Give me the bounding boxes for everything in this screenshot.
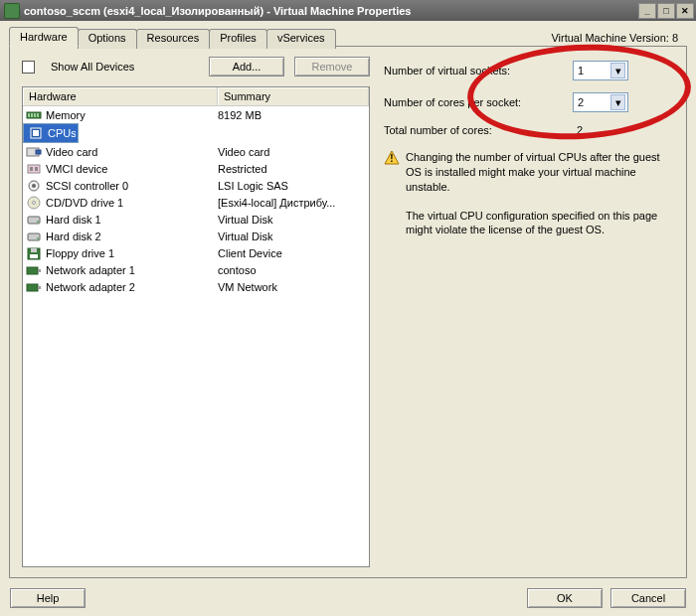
vsphere-icon (4, 3, 20, 19)
hardware-name: Network adapter 1 (46, 264, 135, 276)
remove-button: Remove (294, 57, 370, 77)
tab-hardware-label: Hardware (20, 31, 68, 43)
cores-label: Number of cores per socket: (384, 96, 573, 108)
help-button[interactable]: Help (10, 588, 86, 608)
hardware-row[interactable]: Floppy drive 1Client Device (23, 244, 369, 261)
show-all-devices-checkbox[interactable] (22, 61, 35, 74)
total-cores-value: 2 (577, 124, 583, 136)
hardware-row[interactable]: SCSI controller 0LSI Logic SAS (23, 177, 369, 194)
svg-point-19 (37, 237, 39, 239)
tab-options-label: Options (88, 32, 126, 44)
hardware-list-header: Hardware Summary (23, 87, 369, 106)
svg-rect-26 (38, 286, 41, 289)
hardware-row[interactable]: Hard disk 2Virtual Disk (23, 228, 369, 244)
hardware-row[interactable]: Video cardVideo card (23, 143, 369, 160)
ok-button[interactable]: OK (527, 588, 603, 608)
add-button[interactable]: Add... (209, 57, 284, 77)
hardware-summary: [Esxi4-local] Дистрибу... (218, 197, 366, 209)
ok-button-label: OK (557, 592, 573, 604)
hardware-row[interactable]: Network adapter 2VM Network (23, 278, 369, 295)
hardware-row[interactable]: Hard disk 1Virtual Disk (23, 211, 369, 228)
hardware-name: Hard disk 2 (46, 231, 101, 242)
hardware-list-body: Memory8192 MBCPUs2Video cardVideo cardVM… (23, 106, 369, 566)
minimize-button[interactable]: _ (638, 3, 656, 19)
hardware-name: Floppy drive 1 (46, 247, 114, 259)
col-hardware-header[interactable]: Hardware (23, 87, 218, 105)
hardware-name: CD/DVD drive 1 (46, 197, 123, 209)
hardware-summary: LSI Logic SAS (218, 180, 366, 192)
titlebar: contoso_sccm (esxi4_local_Изолированный)… (0, 0, 696, 21)
hardware-row[interactable]: Network adapter 1contoso (23, 261, 369, 278)
tab-options[interactable]: Options (78, 29, 137, 49)
svg-point-13 (32, 184, 36, 188)
hardware-name: Video card (46, 146, 97, 158)
vmci-icon (26, 162, 42, 176)
hardware-summary: Virtual Disk (218, 231, 366, 242)
hardware-name: Memory (46, 109, 86, 121)
hardware-name: CPUs (48, 127, 76, 139)
nic-icon (26, 280, 42, 294)
tab-vservices[interactable]: vServices (266, 29, 336, 49)
hardware-name: VMCI device (46, 163, 107, 175)
tab-hardware[interactable]: Hardware (9, 27, 79, 47)
cancel-button[interactable]: Cancel (610, 588, 686, 608)
hardware-summary: Virtual Disk (218, 214, 366, 226)
svg-rect-21 (31, 248, 37, 252)
hardware-row[interactable]: VMCI deviceRestricted (23, 160, 369, 177)
svg-rect-22 (30, 254, 38, 258)
hardware-summary: contoso (218, 264, 366, 276)
total-cores-label: Total number of cores: (384, 124, 573, 136)
hardware-name: Network adapter 2 (46, 281, 135, 293)
hardware-summary: Video card (218, 146, 366, 158)
tab-panel-hardware: Show All Devices Add... Remove Hardware … (9, 46, 687, 578)
svg-rect-6 (33, 130, 39, 136)
cancel-button-label: Cancel (631, 592, 665, 604)
svg-text:!: ! (390, 153, 393, 164)
cpu-icon (28, 126, 44, 140)
svg-rect-2 (31, 113, 33, 117)
maximize-button[interactable]: □ (657, 3, 675, 19)
sockets-label: Number of virtual sockets: (384, 65, 573, 77)
hardware-row[interactable]: CD/DVD drive 1[Esxi4-local] Дистрибу... (23, 194, 369, 211)
svg-rect-10 (30, 167, 33, 171)
chevron-down-icon: ▾ (610, 63, 625, 78)
license-note: The virtual CPU configuration specified … (406, 209, 674, 238)
hardware-name: Hard disk 1 (46, 214, 101, 226)
tab-resources[interactable]: Resources (136, 29, 211, 49)
nic-icon (26, 263, 42, 277)
cores-select[interactable]: 2 ▾ (573, 92, 628, 112)
show-all-devices-label: Show All Devices (51, 61, 134, 73)
window-title: contoso_sccm (esxi4_local_Изолированный)… (24, 5, 638, 17)
detail-pane: Number of virtual sockets: 1 ▾ Number of… (384, 57, 674, 567)
tab-profiles[interactable]: Profiles (209, 29, 267, 49)
remove-button-label: Remove (312, 61, 353, 73)
warning-icon: ! (384, 150, 400, 166)
close-button[interactable]: ✕ (676, 3, 694, 19)
svg-point-15 (33, 201, 36, 204)
tab-resources-label: Resources (147, 32, 200, 44)
hardware-summary: 8192 MB (218, 109, 366, 121)
hardware-row[interactable]: Memory8192 MB (23, 106, 369, 123)
hdd-icon (26, 230, 42, 243)
hardware-summary: Restricted (218, 163, 366, 175)
hardware-name: SCSI controller 0 (46, 180, 128, 192)
video-icon (26, 145, 42, 159)
hdd-icon (26, 213, 42, 227)
hardware-row[interactable]: CPUs2 (23, 123, 79, 143)
svg-rect-8 (36, 150, 41, 154)
svg-rect-25 (27, 284, 38, 291)
help-button-label: Help (37, 592, 60, 604)
cd-icon (26, 196, 42, 210)
svg-point-17 (37, 221, 39, 223)
hardware-list: Hardware Summary Memory8192 MBCPUs2Video… (22, 86, 370, 567)
svg-rect-1 (28, 113, 30, 117)
svg-rect-23 (27, 267, 38, 274)
memory-icon (26, 108, 42, 122)
floppy-icon (26, 246, 42, 260)
sockets-value: 1 (578, 65, 584, 77)
sockets-select[interactable]: 1 ▾ (573, 61, 628, 80)
col-summary-header[interactable]: Summary (218, 87, 369, 105)
warning-text: Changing the number of virtual CPUs afte… (406, 150, 674, 195)
svg-rect-11 (35, 167, 38, 171)
cores-value: 2 (578, 96, 584, 108)
